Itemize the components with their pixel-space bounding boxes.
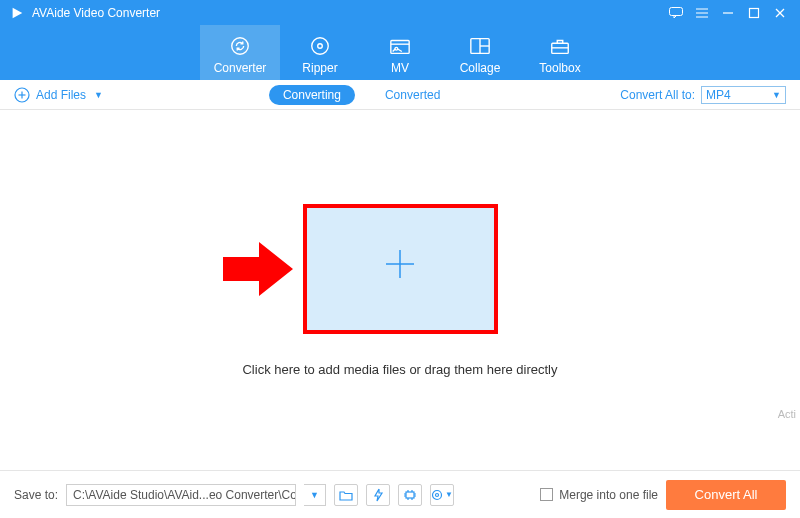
main-area: Click here to add media files or drag th… (0, 110, 800, 470)
feedback-icon[interactable] (666, 3, 686, 23)
add-media-dropzone[interactable] (303, 204, 498, 334)
subbar: Add Files ▼ Converting Converted Convert… (0, 80, 800, 110)
add-files-label: Add Files (36, 88, 86, 102)
menu-icon[interactable] (692, 3, 712, 23)
svg-point-35 (433, 490, 442, 499)
svg-rect-26 (406, 492, 414, 498)
high-speed-button[interactable] (366, 484, 390, 506)
nav-label: Ripper (302, 61, 337, 75)
merge-label: Merge into one file (559, 488, 658, 502)
footer: Save to: C:\AVAide Studio\AVAid...eo Con… (0, 470, 800, 518)
plus-icon (382, 246, 418, 291)
main-navbar: Converter Ripper MV Collage Toolbox (0, 25, 800, 80)
maximize-button[interactable] (744, 3, 764, 23)
gpu-accel-button[interactable] (398, 484, 422, 506)
chevron-down-icon: ▼ (445, 490, 453, 499)
plus-circle-icon (14, 87, 30, 103)
save-to-label: Save to: (14, 488, 58, 502)
watermark-text: Acti (778, 408, 796, 420)
convert-all-to: Convert All to: MP4 ▼ (620, 86, 786, 104)
toolbox-icon (549, 35, 571, 57)
convert-all-button[interactable]: Convert All (666, 480, 786, 510)
chevron-down-icon: ▼ (94, 90, 103, 100)
svg-marker-23 (223, 242, 293, 296)
nav-label: Converter (214, 61, 267, 75)
ripper-icon (309, 35, 331, 57)
merge-into-one-checkbox[interactable]: Merge into one file (540, 488, 658, 502)
close-button[interactable] (770, 3, 790, 23)
tab-converting[interactable]: Converting (269, 85, 355, 105)
app-logo-icon (10, 6, 24, 20)
nav-ripper[interactable]: Ripper (280, 25, 360, 80)
tab-converted[interactable]: Converted (371, 85, 454, 105)
nav-toolbox[interactable]: Toolbox (520, 25, 600, 80)
svg-marker-0 (13, 7, 23, 18)
svg-point-9 (232, 37, 249, 54)
converter-icon (229, 35, 251, 57)
collage-icon (469, 35, 491, 57)
annotation-arrow-icon (223, 242, 293, 296)
nav-converter[interactable]: Converter (200, 25, 280, 80)
chevron-down-icon: ▼ (772, 90, 781, 100)
open-folder-button[interactable] (334, 484, 358, 506)
save-path-field[interactable]: C:\AVAide Studio\AVAid...eo Converter\Co… (66, 484, 296, 506)
nav-label: MV (391, 61, 409, 75)
add-files-button[interactable]: Add Files ▼ (14, 87, 103, 103)
output-format-select[interactable]: MP4 ▼ (701, 86, 786, 104)
titlebar: AVAide Video Converter (0, 0, 800, 25)
nav-collage[interactable]: Collage (440, 25, 520, 80)
mv-icon (389, 35, 411, 57)
nav-label: Collage (460, 61, 501, 75)
settings-button[interactable]: ▼ (430, 484, 454, 506)
nav-mv[interactable]: MV (360, 25, 440, 80)
format-value: MP4 (706, 88, 731, 102)
chevron-down-icon: ▼ (310, 490, 319, 500)
minimize-button[interactable] (718, 3, 738, 23)
svg-rect-6 (750, 8, 759, 17)
checkbox-icon (540, 488, 553, 501)
svg-rect-1 (670, 7, 683, 15)
svg-point-36 (436, 493, 439, 496)
nav-label: Toolbox (539, 61, 580, 75)
convert-all-to-label: Convert All to: (620, 88, 695, 102)
dropzone-hint: Click here to add media files or drag th… (242, 362, 557, 377)
save-path-dropdown[interactable]: ▼ (304, 484, 326, 506)
svg-point-11 (318, 43, 323, 48)
app-title: AVAide Video Converter (32, 6, 160, 20)
svg-point-10 (312, 37, 329, 54)
